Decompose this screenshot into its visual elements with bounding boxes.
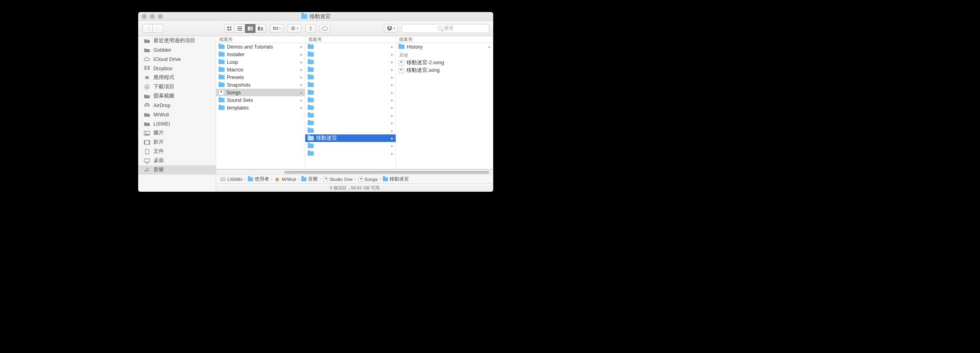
sidebar-item-10[interactable]: 圖片 [138, 128, 216, 138]
breadcrumb-label: Songs [365, 177, 378, 182]
sidebar-item-14[interactable]: 音樂 [138, 165, 216, 174]
column-header-1: 檔案夾 [216, 36, 305, 43]
search-field[interactable]: 搜尋 [402, 24, 489, 33]
action-button[interactable]: ▾ [288, 24, 301, 33]
item-label: 移動迷宮-2.song [406, 59, 490, 66]
col2-item[interactable] [305, 51, 396, 58]
view-column-button[interactable] [245, 24, 255, 33]
svg-point-3 [145, 132, 147, 133]
dropbox-button[interactable]: ▾ [384, 24, 398, 33]
column-3[interactable]: History其他移動迷宮-2.song移動迷宮.song [396, 43, 493, 169]
breadcrumb-separator: › [378, 177, 382, 181]
col2-item[interactable] [305, 58, 396, 66]
search-icon [438, 26, 442, 30]
path-bar: LiSWEi›使用者›MrWuli›音樂›Studio One›Songs›移動… [216, 174, 493, 184]
titlebar: 移動迷宮 [138, 12, 493, 21]
sidebar-item-8[interactable]: MrWuli [138, 110, 216, 119]
folder-icon [308, 67, 314, 72]
col1-item[interactable]: Loop [216, 58, 305, 66]
arrange-button[interactable]: ▾ [270, 24, 284, 33]
view-gallery-button[interactable] [255, 24, 266, 33]
photo-icon [144, 130, 150, 136]
video-icon [144, 140, 150, 145]
column-1[interactable]: Demos and TutorialsInstallerLoopMacrosPr… [216, 43, 305, 169]
col1-item[interactable]: Demos and Tutorials [216, 43, 305, 51]
view-icon-button[interactable] [224, 24, 235, 33]
item-label: History [407, 44, 490, 50]
breadcrumb-separator: › [243, 177, 247, 181]
col1-item[interactable]: Snapshots [216, 81, 305, 89]
folder-icon [308, 136, 314, 140]
col2-item[interactable] [305, 142, 396, 150]
col1-item[interactable]: Songs [216, 89, 305, 96]
apps-icon [144, 75, 150, 81]
column-header-3: 檔案夾 [396, 36, 493, 43]
sidebar-item-1[interactable]: Gobbler [138, 45, 216, 55]
sidebar-item-9[interactable]: LiSWEi [138, 119, 216, 128]
minimize-button[interactable] [150, 14, 155, 19]
col3-file[interactable]: 移動迷宮-2.song [396, 59, 493, 67]
breadcrumb-item[interactable]: LiSWEi [220, 177, 243, 182]
sidebar-item-11[interactable]: 影片 [138, 138, 216, 147]
sidebar-item-6[interactable]: 螢幕截圖 [138, 91, 216, 101]
col2-item-selected[interactable]: 移動迷宮 [305, 134, 396, 142]
col1-item[interactable]: Installer [216, 51, 305, 58]
airdrop-icon [144, 103, 150, 108]
sidebar-item-12[interactable]: 文件 [138, 147, 216, 156]
folder-icon [308, 113, 314, 118]
folder-icon [308, 98, 314, 102]
col2-item[interactable] [305, 81, 396, 89]
sidebar-item-label: 影片 [153, 139, 164, 146]
breadcrumb-item[interactable]: MrWuli [274, 177, 296, 182]
col3-folder[interactable]: History [396, 43, 493, 51]
breadcrumb-item[interactable]: 使用者 [248, 176, 269, 182]
breadcrumb-label: 使用者 [255, 176, 269, 182]
folder-icon [308, 52, 314, 57]
sidebar-item-2[interactable]: iCloud Drive [138, 55, 216, 64]
col1-item[interactable]: Macros [216, 66, 305, 73]
breadcrumb-item[interactable]: 音樂 [301, 176, 318, 182]
view-list-button[interactable] [235, 24, 245, 33]
back-button[interactable]: 〈 [142, 24, 153, 33]
sidebar-item-5[interactable]: 下載項目 [138, 82, 216, 91]
window-title: 移動迷宮 [310, 13, 331, 20]
col1-item[interactable]: templates [216, 104, 305, 112]
col3-file[interactable]: 移動迷宮.song [396, 67, 493, 74]
sidebar-item-7[interactable]: AirDrop [138, 101, 216, 110]
col2-item[interactable] [305, 96, 396, 104]
forward-button[interactable]: 〉 [153, 24, 163, 33]
breadcrumb-item[interactable]: Studio One [323, 177, 353, 182]
sidebar-item-label: LiSWEi [153, 121, 170, 127]
download-icon [144, 84, 150, 90]
close-button[interactable] [142, 14, 147, 19]
tags-button[interactable] [320, 24, 330, 33]
share-button[interactable] [305, 24, 316, 33]
sidebar-item-13[interactable]: 桌面 [138, 156, 216, 165]
song-file-icon [398, 60, 404, 66]
col2-item[interactable] [305, 43, 396, 51]
col2-item[interactable] [305, 104, 396, 112]
sidebar-item-label: 桌面 [153, 157, 164, 164]
folder-icon [308, 60, 314, 64]
col2-item[interactable] [305, 89, 396, 96]
col2-item[interactable] [305, 150, 396, 157]
col2-item[interactable] [305, 127, 396, 134]
col2-item[interactable] [305, 119, 396, 127]
col1-item[interactable]: Sound Sets [216, 96, 305, 104]
sidebar-item-3[interactable]: Dropbox [138, 64, 216, 73]
column-browser: 檔案夾 檔案夾 檔案夾 Demos and TutorialsInstaller… [216, 36, 493, 192]
breadcrumb-item[interactable]: 移動迷宮 [383, 176, 409, 182]
col2-item[interactable] [305, 73, 396, 81]
column-2[interactable]: 移動迷宮 [305, 43, 396, 169]
sidebar-item-0[interactable]: 最近使用過的項目 [138, 36, 216, 45]
col1-item[interactable]: Presets [216, 73, 305, 81]
item-label: Macros [227, 67, 302, 73]
horizontal-scrollbar[interactable] [216, 169, 493, 174]
folder-icon [218, 105, 225, 110]
col2-item[interactable] [305, 66, 396, 73]
status-bar: 3 個項目，56.81 GB 可用 [216, 184, 493, 192]
breadcrumb-item[interactable]: Songs [358, 177, 378, 182]
col2-item[interactable] [305, 112, 396, 119]
zoom-button[interactable] [158, 14, 163, 19]
sidebar-item-4[interactable]: 應用程式 [138, 73, 216, 82]
